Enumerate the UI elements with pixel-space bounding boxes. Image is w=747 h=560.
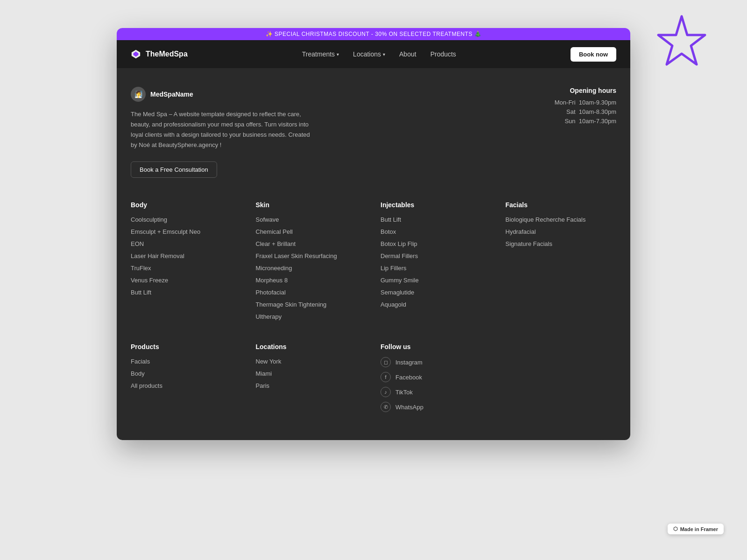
list-item: Dermal Fillers — [381, 252, 492, 260]
logo-icon — [131, 49, 141, 59]
footer-body-title: Body — [131, 201, 242, 209]
footer-injectables-list: Butt Lift Botox Botox Lip Flip Dermal Fi… — [381, 215, 492, 308]
nav-links: Treatments ▾ Locations ▾ About Products — [302, 50, 456, 58]
footer-injectables-col: Injectables Butt Lift Botox Botox Lip Fl… — [381, 201, 492, 324]
list-item: New York — [256, 357, 367, 365]
footer-body-list: Coolsculpting Emsculpt + Emsculpt Neo EO… — [131, 215, 242, 296]
list-item: Butt Lift — [131, 288, 242, 296]
list-item: EON — [131, 239, 242, 248]
list-item: Emsculpt + Emsculpt Neo — [131, 227, 242, 236]
list-item: Venus Freeze — [131, 276, 242, 284]
footer-facials-col: Facials Biologique Recherche Facials Hyd… — [506, 201, 617, 324]
tiktok-link[interactable]: ♪ TikTok — [381, 387, 492, 397]
list-item: Thermage Skin Tightening — [256, 300, 367, 308]
list-item: Facials — [131, 357, 242, 365]
footer-injectables-title: Injectables — [381, 201, 492, 209]
footer-follow-col: Follow us ◻ Instagram f Facebook ♪ TikTo… — [381, 343, 492, 417]
navbar: TheMedSpa Treatments ▾ Locations ▾ About… — [117, 40, 630, 68]
list-item: Aquagold — [381, 300, 492, 308]
list-item: Semaglutide — [381, 288, 492, 296]
footer-locations-title: Locations — [256, 343, 367, 350]
footer-bottom-grid: Products Facials Body All products Locat… — [131, 343, 616, 417]
list-item: Sofwave — [256, 215, 367, 224]
nav-products[interactable]: Products — [430, 50, 456, 58]
nav-treatments[interactable]: Treatments ▾ — [302, 50, 339, 58]
main-content: 🧖 MedSpaName The Med Spa – A website tem… — [117, 68, 630, 440]
avatar: 🧖 — [131, 87, 146, 102]
whatsapp-link[interactable]: ✆ WhatsApp — [381, 402, 492, 412]
footer-empty-col — [506, 343, 617, 417]
hours-sun: Sun 10am-7.30pm — [555, 118, 616, 125]
list-item: All products — [131, 381, 242, 390]
facebook-icon: f — [381, 372, 391, 382]
framer-badge-text: Made in Framer — [680, 526, 718, 532]
hours-mon-fri: Mon-Fri 10am-9.30pm — [555, 99, 616, 106]
star-decoration — [654, 14, 710, 70]
hero-right: Opening hours Mon-Fri 10am-9.30pm Sat 10… — [555, 87, 616, 127]
instagram-link[interactable]: ◻ Instagram — [381, 357, 492, 367]
facebook-link[interactable]: f Facebook — [381, 372, 492, 382]
brand-name: MedSpaName — [150, 91, 193, 98]
list-item: Miami — [256, 369, 367, 378]
list-item: Laser Hair Removal — [131, 252, 242, 260]
logo-text: TheMedSpa — [146, 50, 188, 58]
framer-badge[interactable]: ⬡ Made in Framer — [668, 524, 724, 534]
list-item: Fraxel Laser Skin Resurfacing — [256, 252, 367, 260]
hours-sat: Sat 10am-8.30pm — [555, 108, 616, 115]
logo[interactable]: TheMedSpa — [131, 49, 188, 59]
framer-icon: ⬡ — [673, 526, 678, 532]
list-item: Hydrafacial — [506, 227, 617, 236]
consultation-button[interactable]: Book a Free Consultation — [131, 161, 217, 178]
footer-follow-title: Follow us — [381, 343, 492, 350]
footer-products-list: Facials Body All products — [131, 357, 242, 390]
chevron-down-icon: ▾ — [337, 52, 339, 57]
nav-locations[interactable]: Locations ▾ — [353, 50, 385, 58]
list-item: Clear + Brillant — [256, 239, 367, 248]
hero-section: 🧖 MedSpaName The Med Spa – A website tem… — [131, 87, 616, 178]
opening-hours-title: Opening hours — [555, 87, 616, 94]
whatsapp-icon: ✆ — [381, 402, 391, 412]
list-item: Butt Lift — [381, 215, 492, 224]
footer-locations-col: Locations New York Miami Paris — [256, 343, 367, 417]
tiktok-icon: ♪ — [381, 387, 391, 397]
footer-top-grid: Body Coolsculpting Emsculpt + Emsculpt N… — [131, 201, 616, 324]
promo-banner: ✨ SPECIAL CHRISTMAS DISCOUNT - 30% ON SE… — [117, 28, 630, 40]
list-item: Ultherapy — [256, 312, 367, 321]
hero-left: 🧖 MedSpaName The Med Spa – A website tem… — [131, 87, 317, 178]
list-item: Signature Facials — [506, 239, 617, 248]
footer-skin-col: Skin Sofwave Chemical Pell Clear + Brill… — [256, 201, 367, 324]
footer-products-title: Products — [131, 343, 242, 350]
brand-row: 🧖 MedSpaName — [131, 87, 317, 102]
nav-about[interactable]: About — [399, 50, 416, 58]
chevron-down-icon: ▾ — [383, 52, 385, 57]
banner-text: ✨ SPECIAL CHRISTMAS DISCOUNT - 30% ON SE… — [266, 31, 481, 37]
list-item: Photofacial — [256, 288, 367, 296]
footer-products-col: Products Facials Body All products — [131, 343, 242, 417]
list-item: Botox — [381, 227, 492, 236]
instagram-icon: ◻ — [381, 357, 391, 367]
main-window: ✨ SPECIAL CHRISTMAS DISCOUNT - 30% ON SE… — [117, 28, 630, 440]
list-item: Gummy Smile — [381, 276, 492, 284]
book-now-button[interactable]: Book now — [571, 47, 616, 62]
footer-body-col: Body Coolsculpting Emsculpt + Emsculpt N… — [131, 201, 242, 324]
hero-description: The Med Spa – A website template designe… — [131, 109, 317, 150]
list-item: Lip Fillers — [381, 264, 492, 272]
list-item: Microneeding — [256, 264, 367, 272]
list-item: Paris — [256, 381, 367, 390]
footer-facials-list: Biologique Recherche Facials Hydrafacial… — [506, 215, 617, 248]
footer-locations-list: New York Miami Paris — [256, 357, 367, 390]
list-item: Body — [131, 369, 242, 378]
list-item: Morpheus 8 — [256, 276, 367, 284]
list-item: Botox Lip Flip — [381, 239, 492, 248]
footer-skin-list: Sofwave Chemical Pell Clear + Brillant F… — [256, 215, 367, 321]
footer-facials-title: Facials — [506, 201, 617, 209]
list-item: TruFlex — [131, 264, 242, 272]
list-item: Biologique Recherche Facials — [506, 215, 617, 224]
list-item: Coolsculpting — [131, 215, 242, 224]
list-item: Chemical Pell — [256, 227, 367, 236]
footer-skin-title: Skin — [256, 201, 367, 209]
